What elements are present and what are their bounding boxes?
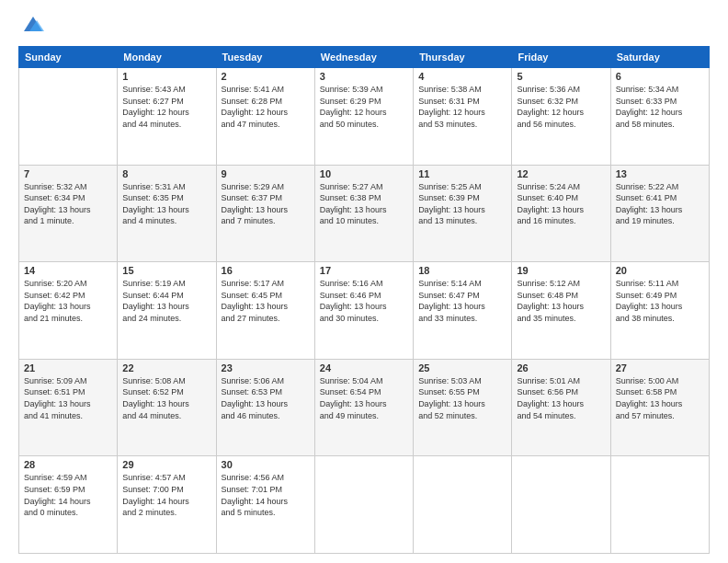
- day-info: Sunrise: 5:25 AM Sunset: 6:39 PM Dayligh…: [418, 181, 506, 227]
- day-number: 11: [418, 168, 506, 179]
- day-number: 26: [517, 362, 605, 373]
- calendar-day-header: Saturday: [610, 47, 709, 68]
- calendar-cell: 30Sunrise: 4:56 AM Sunset: 7:01 PM Dayli…: [216, 456, 314, 554]
- calendar-cell: 6Sunrise: 5:34 AM Sunset: 6:33 PM Daylig…: [610, 68, 709, 166]
- calendar-cell: 29Sunrise: 4:57 AM Sunset: 7:00 PM Dayli…: [118, 456, 216, 554]
- day-info: Sunrise: 4:57 AM Sunset: 7:00 PM Dayligh…: [122, 472, 210, 518]
- calendar-cell: 25Sunrise: 5:03 AM Sunset: 6:55 PM Dayli…: [414, 359, 512, 456]
- calendar-cell: 22Sunrise: 5:08 AM Sunset: 6:52 PM Dayli…: [118, 359, 216, 456]
- day-info: Sunrise: 5:36 AM Sunset: 6:32 PM Dayligh…: [517, 84, 605, 130]
- calendar-table: SundayMondayTuesdayWednesdayThursdayFrid…: [18, 46, 710, 554]
- day-number: 18: [418, 265, 506, 276]
- calendar-cell: 3Sunrise: 5:39 AM Sunset: 6:29 PM Daylig…: [314, 68, 413, 166]
- calendar-cell: 8Sunrise: 5:31 AM Sunset: 6:35 PM Daylig…: [118, 165, 216, 262]
- calendar-cell: 4Sunrise: 5:38 AM Sunset: 6:31 PM Daylig…: [414, 68, 512, 166]
- day-info: Sunrise: 5:08 AM Sunset: 6:52 PM Dayligh…: [122, 375, 210, 421]
- day-info: Sunrise: 4:56 AM Sunset: 7:01 PM Dayligh…: [222, 472, 310, 518]
- day-info: Sunrise: 5:27 AM Sunset: 6:38 PM Dayligh…: [320, 181, 408, 227]
- day-info: Sunrise: 5:22 AM Sunset: 6:41 PM Dayligh…: [616, 181, 704, 227]
- calendar-cell: 16Sunrise: 5:17 AM Sunset: 6:45 PM Dayli…: [216, 262, 314, 360]
- logo-icon: [20, 11, 46, 37]
- day-number: 4: [418, 71, 506, 82]
- day-info: Sunrise: 5:03 AM Sunset: 6:55 PM Dayligh…: [418, 375, 506, 421]
- day-info: Sunrise: 5:29 AM Sunset: 6:37 PM Dayligh…: [222, 181, 310, 227]
- calendar-cell: 21Sunrise: 5:09 AM Sunset: 6:51 PM Dayli…: [19, 359, 118, 456]
- day-number: 10: [320, 168, 408, 179]
- day-number: 19: [517, 265, 605, 276]
- page: SundayMondayTuesdayWednesdayThursdayFrid…: [0, 0, 728, 563]
- calendar-cell: 28Sunrise: 4:59 AM Sunset: 6:59 PM Dayli…: [19, 456, 118, 554]
- day-info: Sunrise: 5:24 AM Sunset: 6:40 PM Dayligh…: [517, 181, 605, 227]
- day-number: 27: [616, 362, 704, 373]
- calendar-day-header: Tuesday: [216, 47, 314, 68]
- day-number: 12: [517, 168, 605, 179]
- day-info: Sunrise: 5:12 AM Sunset: 6:48 PM Dayligh…: [517, 278, 605, 324]
- calendar-cell: 9Sunrise: 5:29 AM Sunset: 6:37 PM Daylig…: [216, 165, 314, 262]
- calendar-cell: 10Sunrise: 5:27 AM Sunset: 6:38 PM Dayli…: [314, 165, 413, 262]
- calendar-week-row: 1Sunrise: 5:43 AM Sunset: 6:27 PM Daylig…: [19, 68, 710, 166]
- day-info: Sunrise: 5:06 AM Sunset: 6:53 PM Dayligh…: [222, 375, 310, 421]
- calendar-cell: 15Sunrise: 5:19 AM Sunset: 6:44 PM Dayli…: [118, 262, 216, 360]
- day-number: 13: [616, 168, 704, 179]
- day-number: 25: [418, 362, 506, 373]
- day-info: Sunrise: 5:32 AM Sunset: 6:34 PM Dayligh…: [24, 181, 112, 227]
- calendar-cell: 11Sunrise: 5:25 AM Sunset: 6:39 PM Dayli…: [414, 165, 512, 262]
- day-number: 3: [320, 71, 408, 82]
- calendar-week-row: 7Sunrise: 5:32 AM Sunset: 6:34 PM Daylig…: [19, 165, 710, 262]
- day-number: 8: [122, 168, 210, 179]
- calendar-cell: [314, 456, 413, 554]
- calendar-cell: 20Sunrise: 5:11 AM Sunset: 6:49 PM Dayli…: [610, 262, 709, 360]
- day-number: 17: [320, 265, 408, 276]
- calendar-day-header: Monday: [118, 47, 216, 68]
- calendar-cell: [19, 68, 118, 166]
- calendar-cell: 18Sunrise: 5:14 AM Sunset: 6:47 PM Dayli…: [414, 262, 512, 360]
- day-number: 23: [222, 362, 310, 373]
- day-info: Sunrise: 5:01 AM Sunset: 6:56 PM Dayligh…: [517, 375, 605, 421]
- calendar-cell: 17Sunrise: 5:16 AM Sunset: 6:46 PM Dayli…: [314, 262, 413, 360]
- day-number: 21: [24, 362, 112, 373]
- calendar-cell: 1Sunrise: 5:43 AM Sunset: 6:27 PM Daylig…: [118, 68, 216, 166]
- calendar-cell: 14Sunrise: 5:20 AM Sunset: 6:42 PM Dayli…: [19, 262, 118, 360]
- day-number: 16: [222, 265, 310, 276]
- calendar-week-row: 14Sunrise: 5:20 AM Sunset: 6:42 PM Dayli…: [19, 262, 710, 360]
- day-number: 9: [222, 168, 310, 179]
- calendar-cell: 24Sunrise: 5:04 AM Sunset: 6:54 PM Dayli…: [314, 359, 413, 456]
- day-number: 6: [616, 71, 704, 82]
- day-info: Sunrise: 5:43 AM Sunset: 6:27 PM Dayligh…: [122, 84, 210, 130]
- calendar-cell: 19Sunrise: 5:12 AM Sunset: 6:48 PM Dayli…: [512, 262, 610, 360]
- day-info: Sunrise: 5:00 AM Sunset: 6:58 PM Dayligh…: [616, 375, 704, 421]
- day-info: Sunrise: 5:38 AM Sunset: 6:31 PM Dayligh…: [418, 84, 506, 130]
- calendar-cell: 13Sunrise: 5:22 AM Sunset: 6:41 PM Dayli…: [610, 165, 709, 262]
- day-info: Sunrise: 5:11 AM Sunset: 6:49 PM Dayligh…: [616, 278, 704, 324]
- day-info: Sunrise: 5:04 AM Sunset: 6:54 PM Dayligh…: [320, 375, 408, 421]
- logo: [18, 15, 46, 37]
- day-number: 24: [320, 362, 408, 373]
- calendar-cell: [414, 456, 512, 554]
- calendar-cell: [610, 456, 709, 554]
- day-info: Sunrise: 5:34 AM Sunset: 6:33 PM Dayligh…: [616, 84, 704, 130]
- day-number: 20: [616, 265, 704, 276]
- day-info: Sunrise: 5:16 AM Sunset: 6:46 PM Dayligh…: [320, 278, 408, 324]
- day-number: 22: [122, 362, 210, 373]
- calendar-day-header: Friday: [512, 47, 610, 68]
- day-number: 28: [24, 459, 112, 470]
- calendar-day-header: Thursday: [414, 47, 512, 68]
- calendar-day-header: Sunday: [19, 47, 118, 68]
- calendar-week-row: 21Sunrise: 5:09 AM Sunset: 6:51 PM Dayli…: [19, 359, 710, 456]
- day-number: 1: [122, 71, 210, 82]
- day-info: Sunrise: 5:20 AM Sunset: 6:42 PM Dayligh…: [24, 278, 112, 324]
- calendar-cell: 12Sunrise: 5:24 AM Sunset: 6:40 PM Dayli…: [512, 165, 610, 262]
- header: [18, 15, 710, 37]
- day-info: Sunrise: 5:31 AM Sunset: 6:35 PM Dayligh…: [122, 181, 210, 227]
- day-info: Sunrise: 5:14 AM Sunset: 6:47 PM Dayligh…: [418, 278, 506, 324]
- day-number: 2: [222, 71, 310, 82]
- day-info: Sunrise: 5:09 AM Sunset: 6:51 PM Dayligh…: [24, 375, 112, 421]
- day-number: 7: [24, 168, 112, 179]
- day-info: Sunrise: 5:19 AM Sunset: 6:44 PM Dayligh…: [122, 278, 210, 324]
- day-number: 29: [122, 459, 210, 470]
- day-info: Sunrise: 5:17 AM Sunset: 6:45 PM Dayligh…: [222, 278, 310, 324]
- calendar-header-row: SundayMondayTuesdayWednesdayThursdayFrid…: [19, 47, 710, 68]
- day-info: Sunrise: 5:41 AM Sunset: 6:28 PM Dayligh…: [222, 84, 310, 130]
- calendar-cell: 7Sunrise: 5:32 AM Sunset: 6:34 PM Daylig…: [19, 165, 118, 262]
- calendar-cell: [512, 456, 610, 554]
